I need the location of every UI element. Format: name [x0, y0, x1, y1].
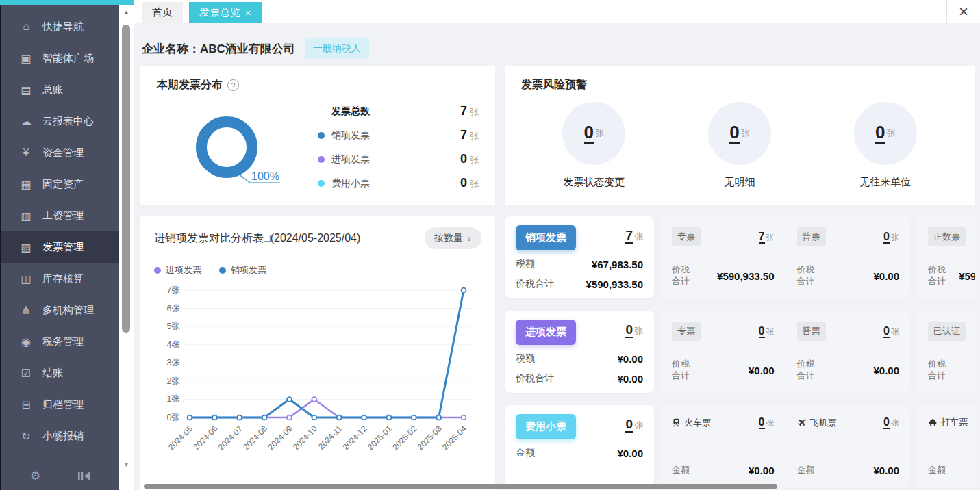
sidebar-item-label: 工资管理	[42, 209, 84, 222]
purchase-invoice-row: 进项发票 0张 税额¥0.00 价税合计¥0.00 专票 0张	[505, 311, 975, 393]
risk-no-detail-count[interactable]: 0张	[708, 102, 771, 165]
purchase-invoice-button[interactable]: 进项发票	[516, 320, 576, 345]
help-icon[interactable]: ?	[227, 79, 239, 91]
distribution-title: 本期发票分布	[157, 78, 223, 92]
tax-icon: ◉	[19, 335, 33, 348]
tab-invoice-overview[interactable]: 发票总览 ×	[189, 2, 262, 23]
sidebar-accent-bar	[0, 0, 134, 5]
svg-text:2024-06: 2024-06	[191, 424, 219, 452]
sidebar-item-expense-reimburse[interactable]: ↻ 小畅报销	[1, 420, 119, 452]
window-close-icon[interactable]: ×	[959, 3, 968, 20]
legend-value: 0	[460, 152, 467, 166]
field-label: 价税合计	[516, 372, 554, 385]
risk-item-status-change: 0张 发票状态变更	[562, 102, 625, 189]
field-label: 价税合计	[928, 359, 949, 382]
comparison-line-chart: 0张1张2张3张4张5张6张7张2024-052024-062024-07202…	[154, 281, 481, 480]
sidebar-item-quick-nav[interactable]: ⌂ 快捷导航	[1, 11, 119, 42]
risk-count[interactable]: 0	[875, 123, 885, 144]
legend-value: 0	[460, 176, 467, 190]
purchase-count-link[interactable]: 0张	[625, 322, 643, 337]
money-bag-icon: ¥	[19, 146, 33, 159]
field-value: ¥590,933.50	[717, 270, 774, 282]
expense-ticket-button[interactable]: 费用小票	[516, 414, 576, 439]
chart-legend: 进项发票 销项发票	[154, 264, 481, 276]
svg-text:2024-05: 2024-05	[166, 424, 194, 452]
sidebar-scrollbar-track[interactable]: ▲ ▼	[119, 5, 134, 490]
sidebar-item-archive[interactable]: ⊟ 归档管理	[1, 389, 119, 420]
sidebar-item-payroll[interactable]: ▥ 工资管理	[1, 200, 119, 231]
field-value: ¥0.00	[617, 373, 643, 385]
sidebar-item-cloud-reports[interactable]: ☁ 云报表中心	[1, 105, 119, 137]
risk-status-change-count[interactable]: 0张	[562, 102, 625, 165]
sidebar-item-multi-org[interactable]: ⋔ 多机构管理	[1, 294, 119, 326]
expense-dot-icon	[318, 180, 325, 187]
risk-label: 发票状态变更	[562, 176, 625, 189]
sidebar-item-fixed-assets[interactable]: ▦ 固定资产	[1, 168, 119, 200]
svg-text:4张: 4张	[167, 340, 180, 350]
svg-text:3张: 3张	[167, 358, 180, 368]
tab-home[interactable]: 首页	[142, 2, 183, 23]
risk-no-counterparty-count[interactable]: 0张	[854, 102, 917, 165]
sidebar-item-funds-management[interactable]: ¥ 资金管理	[1, 137, 119, 168]
general-invoice-block: 普票 0张 价税合计¥0.00	[786, 227, 911, 287]
taxi-icon	[928, 418, 938, 427]
taxi-ticket-card: 打车票 金额	[917, 405, 975, 487]
risk-count[interactable]: 0	[729, 123, 739, 144]
scroll-down-icon[interactable]: ▼	[119, 461, 134, 468]
field-label: 价税合计	[516, 278, 554, 290]
sales-count-link[interactable]: 7张	[625, 228, 643, 243]
quantity-filter-button[interactable]: 按数量 ∨	[425, 227, 481, 249]
svg-text:0张: 0张	[167, 413, 180, 422]
scroll-up-icon[interactable]: ▲	[119, 9, 134, 16]
sidebar-scrollbar-thumb[interactable]	[122, 25, 130, 333]
invoice-risk-panel: 发票风险预警 0张 发票状态变更 0张 无明细	[505, 66, 975, 205]
svg-text:2024-07: 2024-07	[216, 424, 244, 452]
train-ticket-label: 火车票	[684, 417, 711, 429]
positive-invoice-card: 正数票 价税合计¥590,933.50	[917, 216, 975, 298]
tab-close-icon[interactable]: ×	[245, 7, 251, 18]
sidebar-item-inventory[interactable]: ◫ 库存核算	[1, 263, 119, 294]
org-chart-icon: ⋔	[19, 304, 33, 317]
general-count-link[interactable]: 0张	[883, 325, 899, 338]
expense-count-link[interactable]: 0张	[625, 417, 643, 432]
legend-label: 销项发票	[331, 129, 370, 142]
general-count-link[interactable]: 0张	[883, 231, 899, 244]
field-label: 金额	[672, 464, 690, 476]
payroll-icon: ▥	[19, 209, 33, 222]
special-count-link[interactable]: 0张	[759, 325, 775, 338]
sidebar-item-tax-management[interactable]: ◉ 税务管理	[1, 326, 119, 357]
field-label: 价税合计	[672, 264, 693, 287]
svg-text:6张: 6张	[167, 304, 180, 313]
field-value: ¥0.00	[617, 448, 643, 459]
sidebar-item-agent-plaza[interactable]: ▣ 智能体广场	[1, 42, 119, 74]
risk-label: 无明细	[708, 176, 771, 189]
sidebar-item-general-ledger[interactable]: ▤ 总账	[1, 74, 119, 105]
plane-ticket-block: 飞机票 0张 金额¥0.00	[786, 416, 911, 476]
field-label: 金额	[928, 464, 946, 476]
sales-invoice-button[interactable]: 销项发票	[516, 225, 576, 250]
field-label: 税额	[516, 258, 535, 270]
purchase-dot-icon	[154, 267, 161, 274]
svg-text:2024-12: 2024-12	[341, 424, 369, 452]
legend-row-purchase: 进项发票 0张	[318, 147, 479, 171]
svg-text:2025-04: 2025-04	[440, 424, 468, 452]
special-count-link[interactable]: 7张	[759, 231, 775, 244]
sidebar-item-invoice-management[interactable]: ▨ 发票管理	[1, 231, 119, 263]
settings-gear-icon[interactable]: ⚙	[30, 469, 40, 483]
invoice-distribution-panel: 本期发票分布 ? 100%	[140, 66, 495, 205]
app-window: ⌂ 快捷导航 ▣ 智能体广场 ▤ 总账 ☁ 云报表中心	[0, 0, 980, 490]
closing-icon: ☑	[19, 367, 33, 380]
risk-count[interactable]: 0	[584, 123, 594, 144]
archive-icon: ⊟	[19, 398, 33, 411]
sidebar-item-label: 结账	[42, 367, 63, 380]
train-count-link[interactable]: 0张	[759, 416, 775, 429]
field-label: 金额	[516, 447, 535, 459]
sidebar-item-closing[interactable]: ☑ 结账	[1, 357, 119, 389]
horizontal-scrollbar-thumb[interactable]	[144, 484, 777, 489]
sidebar-item-label: 小畅报销	[42, 430, 84, 443]
sidebar-item-label: 归档管理	[42, 398, 84, 411]
positive-invoice-chip: 正数票	[928, 227, 966, 246]
collapse-sidebar-icon[interactable]	[78, 472, 90, 480]
field-value: ¥590,933.50	[959, 270, 975, 282]
plane-count-link[interactable]: 0张	[883, 416, 899, 429]
